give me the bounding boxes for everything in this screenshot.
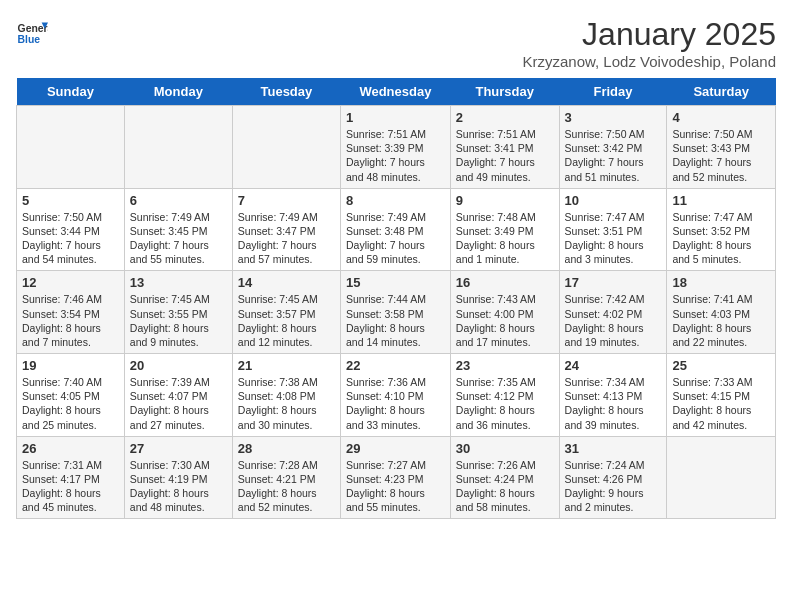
week-row-2: 5Sunrise: 7:50 AM Sunset: 3:44 PM Daylig…: [17, 188, 776, 271]
calendar-cell: 10Sunrise: 7:47 AM Sunset: 3:51 PM Dayli…: [559, 188, 667, 271]
header: General Blue January 2025 Krzyzanow, Lod…: [16, 16, 776, 70]
day-number: 28: [238, 441, 335, 456]
calendar-cell: 23Sunrise: 7:35 AM Sunset: 4:12 PM Dayli…: [450, 354, 559, 437]
weekday-header-tuesday: Tuesday: [232, 78, 340, 106]
weekday-header-row: SundayMondayTuesdayWednesdayThursdayFrid…: [17, 78, 776, 106]
calendar-cell: 13Sunrise: 7:45 AM Sunset: 3:55 PM Dayli…: [124, 271, 232, 354]
day-number: 9: [456, 193, 554, 208]
weekday-header-wednesday: Wednesday: [340, 78, 450, 106]
week-row-3: 12Sunrise: 7:46 AM Sunset: 3:54 PM Dayli…: [17, 271, 776, 354]
day-number: 16: [456, 275, 554, 290]
day-number: 10: [565, 193, 662, 208]
calendar-cell: 27Sunrise: 7:30 AM Sunset: 4:19 PM Dayli…: [124, 436, 232, 519]
calendar-cell: 22Sunrise: 7:36 AM Sunset: 4:10 PM Dayli…: [340, 354, 450, 437]
day-info: Sunrise: 7:47 AM Sunset: 3:52 PM Dayligh…: [672, 210, 770, 267]
week-row-5: 26Sunrise: 7:31 AM Sunset: 4:17 PM Dayli…: [17, 436, 776, 519]
day-info: Sunrise: 7:27 AM Sunset: 4:23 PM Dayligh…: [346, 458, 445, 515]
day-info: Sunrise: 7:41 AM Sunset: 4:03 PM Dayligh…: [672, 292, 770, 349]
week-row-1: 1Sunrise: 7:51 AM Sunset: 3:39 PM Daylig…: [17, 106, 776, 189]
day-number: 20: [130, 358, 227, 373]
day-info: Sunrise: 7:40 AM Sunset: 4:05 PM Dayligh…: [22, 375, 119, 432]
day-info: Sunrise: 7:38 AM Sunset: 4:08 PM Dayligh…: [238, 375, 335, 432]
day-info: Sunrise: 7:48 AM Sunset: 3:49 PM Dayligh…: [456, 210, 554, 267]
day-number: 5: [22, 193, 119, 208]
day-number: 12: [22, 275, 119, 290]
title-block: January 2025 Krzyzanow, Lodz Voivodeship…: [523, 16, 777, 70]
calendar-cell: 18Sunrise: 7:41 AM Sunset: 4:03 PM Dayli…: [667, 271, 776, 354]
day-number: 23: [456, 358, 554, 373]
day-info: Sunrise: 7:50 AM Sunset: 3:43 PM Dayligh…: [672, 127, 770, 184]
day-number: 4: [672, 110, 770, 125]
day-info: Sunrise: 7:24 AM Sunset: 4:26 PM Dayligh…: [565, 458, 662, 515]
day-info: Sunrise: 7:51 AM Sunset: 3:41 PM Dayligh…: [456, 127, 554, 184]
day-info: Sunrise: 7:28 AM Sunset: 4:21 PM Dayligh…: [238, 458, 335, 515]
calendar-cell: 15Sunrise: 7:44 AM Sunset: 3:58 PM Dayli…: [340, 271, 450, 354]
day-info: Sunrise: 7:44 AM Sunset: 3:58 PM Dayligh…: [346, 292, 445, 349]
day-info: Sunrise: 7:34 AM Sunset: 4:13 PM Dayligh…: [565, 375, 662, 432]
day-info: Sunrise: 7:26 AM Sunset: 4:24 PM Dayligh…: [456, 458, 554, 515]
day-number: 1: [346, 110, 445, 125]
svg-text:Blue: Blue: [18, 34, 41, 45]
weekday-header-saturday: Saturday: [667, 78, 776, 106]
calendar-cell: 21Sunrise: 7:38 AM Sunset: 4:08 PM Dayli…: [232, 354, 340, 437]
day-number: 25: [672, 358, 770, 373]
day-number: 3: [565, 110, 662, 125]
day-number: 30: [456, 441, 554, 456]
day-info: Sunrise: 7:49 AM Sunset: 3:48 PM Dayligh…: [346, 210, 445, 267]
calendar-cell: 31Sunrise: 7:24 AM Sunset: 4:26 PM Dayli…: [559, 436, 667, 519]
day-number: 19: [22, 358, 119, 373]
calendar-cell: 6Sunrise: 7:49 AM Sunset: 3:45 PM Daylig…: [124, 188, 232, 271]
calendar-cell: 17Sunrise: 7:42 AM Sunset: 4:02 PM Dayli…: [559, 271, 667, 354]
calendar-cell: 2Sunrise: 7:51 AM Sunset: 3:41 PM Daylig…: [450, 106, 559, 189]
calendar-cell: 19Sunrise: 7:40 AM Sunset: 4:05 PM Dayli…: [17, 354, 125, 437]
calendar-cell: 7Sunrise: 7:49 AM Sunset: 3:47 PM Daylig…: [232, 188, 340, 271]
calendar-cell: 9Sunrise: 7:48 AM Sunset: 3:49 PM Daylig…: [450, 188, 559, 271]
calendar-cell: 5Sunrise: 7:50 AM Sunset: 3:44 PM Daylig…: [17, 188, 125, 271]
day-number: 22: [346, 358, 445, 373]
day-info: Sunrise: 7:36 AM Sunset: 4:10 PM Dayligh…: [346, 375, 445, 432]
calendar-table: SundayMondayTuesdayWednesdayThursdayFrid…: [16, 78, 776, 519]
day-number: 2: [456, 110, 554, 125]
day-info: Sunrise: 7:39 AM Sunset: 4:07 PM Dayligh…: [130, 375, 227, 432]
day-number: 29: [346, 441, 445, 456]
day-number: 7: [238, 193, 335, 208]
day-info: Sunrise: 7:45 AM Sunset: 3:55 PM Dayligh…: [130, 292, 227, 349]
day-info: Sunrise: 7:33 AM Sunset: 4:15 PM Dayligh…: [672, 375, 770, 432]
weekday-header-sunday: Sunday: [17, 78, 125, 106]
day-info: Sunrise: 7:49 AM Sunset: 3:45 PM Dayligh…: [130, 210, 227, 267]
calendar-cell: 30Sunrise: 7:26 AM Sunset: 4:24 PM Dayli…: [450, 436, 559, 519]
day-info: Sunrise: 7:42 AM Sunset: 4:02 PM Dayligh…: [565, 292, 662, 349]
weekday-header-friday: Friday: [559, 78, 667, 106]
day-info: Sunrise: 7:35 AM Sunset: 4:12 PM Dayligh…: [456, 375, 554, 432]
calendar-cell: 26Sunrise: 7:31 AM Sunset: 4:17 PM Dayli…: [17, 436, 125, 519]
day-info: Sunrise: 7:46 AM Sunset: 3:54 PM Dayligh…: [22, 292, 119, 349]
week-row-4: 19Sunrise: 7:40 AM Sunset: 4:05 PM Dayli…: [17, 354, 776, 437]
day-info: Sunrise: 7:43 AM Sunset: 4:00 PM Dayligh…: [456, 292, 554, 349]
day-info: Sunrise: 7:49 AM Sunset: 3:47 PM Dayligh…: [238, 210, 335, 267]
calendar-cell: [667, 436, 776, 519]
calendar-cell: 28Sunrise: 7:28 AM Sunset: 4:21 PM Dayli…: [232, 436, 340, 519]
day-number: 18: [672, 275, 770, 290]
main-title: January 2025: [523, 16, 777, 53]
day-number: 15: [346, 275, 445, 290]
subtitle: Krzyzanow, Lodz Voivodeship, Poland: [523, 53, 777, 70]
day-info: Sunrise: 7:50 AM Sunset: 3:42 PM Dayligh…: [565, 127, 662, 184]
calendar-cell: 11Sunrise: 7:47 AM Sunset: 3:52 PM Dayli…: [667, 188, 776, 271]
day-info: Sunrise: 7:47 AM Sunset: 3:51 PM Dayligh…: [565, 210, 662, 267]
calendar-cell: 8Sunrise: 7:49 AM Sunset: 3:48 PM Daylig…: [340, 188, 450, 271]
logo: General Blue: [16, 16, 52, 48]
day-number: 14: [238, 275, 335, 290]
day-number: 6: [130, 193, 227, 208]
calendar-cell: 12Sunrise: 7:46 AM Sunset: 3:54 PM Dayli…: [17, 271, 125, 354]
day-info: Sunrise: 7:30 AM Sunset: 4:19 PM Dayligh…: [130, 458, 227, 515]
calendar-cell: 14Sunrise: 7:45 AM Sunset: 3:57 PM Dayli…: [232, 271, 340, 354]
day-number: 13: [130, 275, 227, 290]
day-info: Sunrise: 7:51 AM Sunset: 3:39 PM Dayligh…: [346, 127, 445, 184]
weekday-header-thursday: Thursday: [450, 78, 559, 106]
calendar-cell: 29Sunrise: 7:27 AM Sunset: 4:23 PM Dayli…: [340, 436, 450, 519]
calendar-cell: 24Sunrise: 7:34 AM Sunset: 4:13 PM Dayli…: [559, 354, 667, 437]
calendar-cell: 1Sunrise: 7:51 AM Sunset: 3:39 PM Daylig…: [340, 106, 450, 189]
calendar-cell: [124, 106, 232, 189]
day-info: Sunrise: 7:45 AM Sunset: 3:57 PM Dayligh…: [238, 292, 335, 349]
calendar-cell: 4Sunrise: 7:50 AM Sunset: 3:43 PM Daylig…: [667, 106, 776, 189]
